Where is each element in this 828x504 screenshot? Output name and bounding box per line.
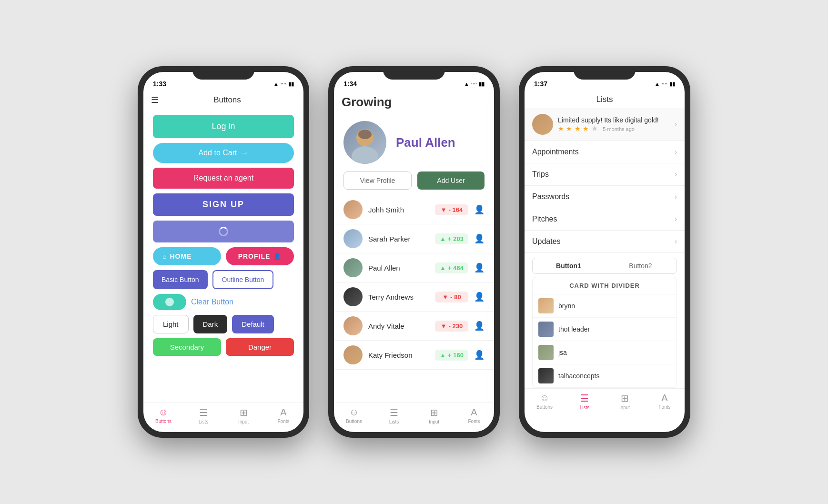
user-item-1: Johh Smith ▼ - 164 👤	[334, 195, 494, 224]
agent-button[interactable]: Request an agent	[153, 168, 294, 189]
loading-button[interactable]	[153, 221, 294, 242]
list-item-pitches[interactable]: Pitches ›	[525, 208, 685, 231]
home-icon: ⌂	[162, 252, 167, 260]
card-avatar-talha	[538, 368, 554, 383]
status-icons-1: ▲ ···· ▮▮	[273, 81, 294, 87]
list-item-appointments[interactable]: Appointments ›	[525, 141, 685, 163]
nav-buttons-1[interactable]: ☺ Buttons	[143, 407, 183, 424]
user-list: Johh Smith ▼ - 164 👤 Sarah Parker ▲ + 20…	[334, 195, 494, 403]
status-icons-2: ▲ ···· ▮▮	[464, 81, 485, 87]
featured-item[interactable]: Limited supply! Its like digital gold! ★…	[525, 108, 685, 141]
dark-button[interactable]: Dark	[193, 315, 228, 333]
nav-fonts-label-3: Fonts	[658, 404, 670, 410]
star-1: ★	[558, 125, 564, 132]
card-name-thot: thot leader	[558, 325, 590, 333]
user-action-icon-5[interactable]: 👤	[474, 321, 485, 331]
list-item-updates[interactable]: Updates ›	[525, 231, 685, 253]
signal-icon-2: ····	[471, 81, 477, 87]
avatar-svg	[343, 121, 386, 164]
nav-lists-2[interactable]: ☰ Lists	[374, 407, 414, 424]
user-item-6: Katy Friedson ▲ + 160 👤	[334, 341, 494, 370]
featured-chevron: ›	[675, 120, 677, 129]
user-action-icon-2[interactable]: 👤	[474, 233, 485, 244]
toggle-button[interactable]	[153, 294, 186, 310]
profile-button[interactable]: PROFILE 👤	[226, 247, 294, 265]
featured-time: 5 months ago	[603, 126, 635, 132]
user-name-4: Terry Andrews	[368, 293, 429, 301]
add-cart-button[interactable]: Add to Cart →	[153, 143, 294, 163]
user-item-5: Andy Vitale ▼ - 230 👤	[334, 312, 494, 341]
hamburger-icon[interactable]: ☰	[151, 95, 159, 105]
chevron-passwords: ›	[675, 192, 677, 201]
list-item-trips[interactable]: Trips ›	[525, 163, 685, 186]
home-profile-row: ⌂ HOME PROFILE 👤	[153, 247, 294, 265]
user-action-icon-1[interactable]: 👤	[474, 204, 485, 215]
nav-lists-label-3: Lists	[580, 405, 590, 410]
nav-lists-1[interactable]: ☰ Lists	[183, 407, 223, 424]
user-name-5: Andy Vitale	[368, 322, 429, 330]
user-avatar-1	[343, 200, 363, 219]
nav-lists-label-2: Lists	[389, 419, 399, 424]
bottom-nav-2: ☺ Buttons ☰ Lists ⊞ Input A Fonts	[334, 403, 494, 432]
wifi-icon-2: ▲	[464, 81, 469, 87]
card-item-brynn: brynn	[533, 294, 677, 318]
outline-button[interactable]: Outline Button	[212, 270, 274, 289]
user-action-icon-6[interactable]: 👤	[474, 350, 485, 360]
profile-name: Paul Allen	[396, 135, 455, 150]
phone2-header: Growing	[334, 93, 494, 113]
chevron-appointments: ›	[675, 148, 677, 156]
wifi-icon: ▲	[273, 81, 279, 87]
nav-input-icon-1: ⊞	[240, 407, 248, 418]
featured-text: Limited supply! Its like digital gold! ★…	[558, 116, 670, 133]
user-score-5: ▼ - 230	[435, 321, 468, 332]
secondary-danger-row: Secondary Danger	[153, 338, 294, 356]
default-button[interactable]: Default	[232, 315, 274, 333]
clear-button[interactable]: Clear Button	[191, 294, 233, 310]
card-divider-title: CARD WITH DIVIDER	[533, 277, 677, 294]
user-score-6: ▲ + 160	[435, 350, 468, 361]
nav-fonts-icon-1: A	[280, 407, 286, 418]
user-score-2: ▲ + 203	[435, 233, 468, 244]
nav-fonts-3[interactable]: A Fonts	[645, 393, 685, 410]
nav-fonts-icon-2: A	[471, 407, 477, 418]
nav-buttons-label-3: Buttons	[536, 404, 553, 410]
nav-buttons-3[interactable]: ☺ Buttons	[525, 393, 565, 410]
signal-icon: ····	[281, 81, 286, 87]
home-label: HOME	[170, 252, 192, 260]
login-button[interactable]: Log in	[153, 115, 294, 138]
tab-button2[interactable]: Button2	[605, 258, 677, 273]
phone3-header: Lists	[525, 93, 685, 108]
tab-button1[interactable]: Button1	[533, 258, 605, 273]
page-title-1: Buttons	[159, 95, 296, 105]
user-item-4: Terry Andrews ▼ - 80 👤	[334, 282, 494, 312]
nav-lists-3[interactable]: ☰ Lists	[565, 393, 605, 410]
danger-button[interactable]: Danger	[226, 338, 294, 356]
list-label-pitches: Pitches	[532, 215, 675, 223]
basic-button[interactable]: Basic Button	[153, 270, 208, 289]
view-profile-button[interactable]: View Profile	[343, 171, 412, 190]
user-name-3: Paul Allen	[368, 264, 429, 272]
home-button[interactable]: ⌂ HOME	[153, 247, 221, 265]
user-action-icon-3[interactable]: 👤	[474, 262, 485, 273]
star-2: ★	[566, 125, 572, 132]
battery-icon-2: ▮▮	[479, 81, 485, 87]
user-action-icon-4[interactable]: 👤	[474, 292, 485, 302]
basic-outline-row: Basic Button Outline Button	[153, 270, 294, 289]
list-item-passwords[interactable]: Passwords ›	[525, 186, 685, 208]
nav-input-3[interactable]: ⊞ Input	[605, 393, 645, 410]
add-user-button[interactable]: Add User	[417, 171, 485, 190]
nav-input-1[interactable]: ⊞ Input	[223, 407, 263, 424]
page-title-3: Lists	[596, 95, 613, 104]
user-item-2: Sarah Parker ▲ + 203 👤	[334, 224, 494, 253]
nav-input-2[interactable]: ⊞ Input	[414, 407, 454, 424]
light-button[interactable]: Light	[153, 315, 189, 333]
nav-fonts-1[interactable]: A Fonts	[263, 407, 303, 424]
secondary-button[interactable]: Secondary	[153, 338, 221, 356]
tab-segment: Button1 Button2	[532, 258, 677, 274]
nav-fonts-label-1: Fonts	[277, 419, 289, 424]
signup-button[interactable]: SIGN UP	[153, 193, 294, 216]
nav-fonts-2[interactable]: A Fonts	[454, 407, 494, 424]
user-name-2: Sarah Parker	[368, 235, 429, 243]
nav-buttons-2[interactable]: ☺ Buttons	[334, 407, 374, 424]
nav-lists-label-1: Lists	[199, 419, 209, 424]
